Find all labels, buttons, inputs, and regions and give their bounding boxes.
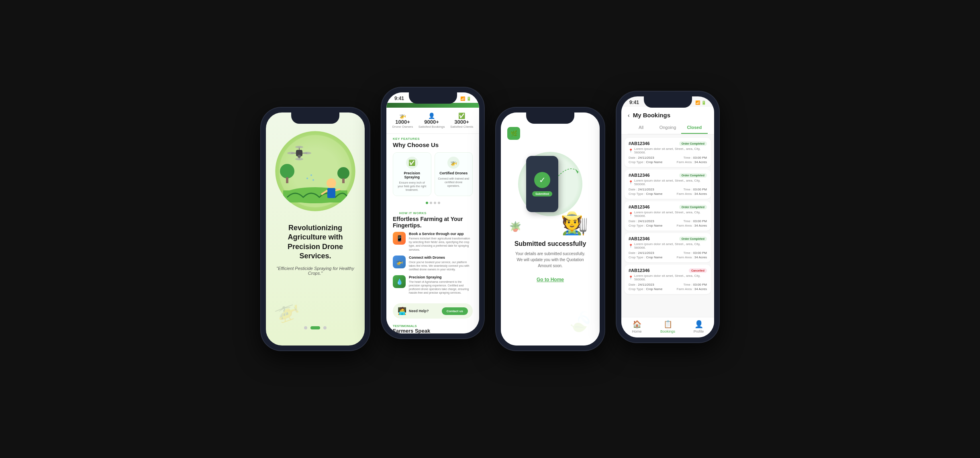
carousel-dot-3 (434, 202, 436, 204)
status-badge-4: Order Completed (679, 237, 707, 241)
booking-top-1: #AB12346 Order Completed (629, 141, 707, 146)
booking-addr-5: 📍 Lorem ipsum dolor sit amet, Street., a… (629, 274, 707, 281)
testimonials-label: Testimonials (393, 324, 473, 328)
booking-id-4: #AB12346 (629, 236, 650, 241)
notch-3 (526, 112, 574, 124)
step-text-1: Book a Service through our app Farmers k… (409, 232, 473, 251)
stat-number-2: 9000+ (419, 119, 445, 125)
status-badge-3: Order Completed (679, 205, 707, 209)
feature-card-1: ✅ Precision Spraying Ensure every inch o… (393, 152, 431, 196)
stats-row: 🚁 1000+ Drone Owners 👤 9000+ Satisfied B… (386, 108, 479, 134)
booking-details-1: Date : 24/11/2023 Time : 03:00 PM (629, 156, 707, 159)
tab-all[interactable]: All (628, 122, 654, 134)
booking-details-2b: Crop Type : Crop Name Farm Area : 34 Acr… (629, 192, 707, 196)
booking-card-4[interactable]: #AB12346 Order Completed 📍 Lorem ipsum d… (625, 233, 711, 262)
help-icon: 🧑‍💻 (398, 307, 406, 315)
carousel-dot-4 (438, 202, 440, 204)
drone-icon: 🚁 (392, 112, 413, 119)
step-title-2: Connect with Drones (409, 256, 473, 260)
svg-rect-4 (327, 188, 335, 198)
step-desc-1: Farmers kickstart their agricultural tra… (409, 237, 473, 251)
tab-ongoing[interactable]: Ongoing (654, 122, 681, 134)
booking-id-3: #AB12346 (629, 204, 650, 209)
success-desc: Your details are submitted successfully.… (501, 251, 600, 269)
svg-point-18 (310, 174, 312, 176)
features-cards: ✅ Precision Spraying Ensure every inch o… (386, 152, 479, 199)
svg-point-19 (306, 178, 308, 179)
feature-desc-1: Ensure every inch of your field gets the… (396, 181, 428, 192)
dot-3 (323, 326, 327, 329)
step-title-1: Book a Service through our app (409, 232, 473, 236)
stat-label-3: Satisfied Clients (450, 125, 473, 129)
page-title: My Bookings (633, 112, 670, 119)
help-bar: 🧑‍💻 Need Help? Contact us (393, 303, 473, 319)
dot-2-active (310, 326, 320, 329)
step-desc-3: The heart of Agrishama commitment is the… (409, 280, 473, 294)
bookings-header: ‹ My Bookings All Ongoing Closed (621, 107, 714, 135)
pagination-dots (304, 326, 327, 346)
stat-label-1: Drone Owners (392, 125, 413, 129)
status-badge-1: Order Completed (679, 141, 707, 146)
nav-bookings[interactable]: 📋 Bookings (652, 320, 683, 333)
booking-card-5[interactable]: #AB12346 Cancelled 📍 Lorem ipsum dolor s… (625, 265, 711, 294)
booking-id-2: #AB12346 (629, 173, 650, 178)
success-illustration: ✓ Submitted 🧑‍🌾 🪴 (506, 144, 594, 236)
tab-closed[interactable]: Closed (681, 122, 708, 134)
status-badge-5: Cancelled (689, 268, 707, 273)
how-label: How it works (393, 208, 473, 216)
step-desc-2: Once you've booked your service, our pla… (409, 260, 473, 271)
bookings-nav-label: Bookings (660, 329, 675, 333)
contact-button[interactable]: Contact us (442, 307, 468, 315)
stat-label-2: Satisfied Bookings (419, 125, 445, 129)
feature-icon-1: ✅ (406, 157, 418, 169)
feature-icon-2: 🚁 (447, 157, 459, 169)
home-label: Home (632, 329, 641, 333)
testimonials-section: Testimonials Farmers Speak 👩 Name Locati… (386, 322, 479, 333)
nav-home[interactable]: 🏠 Home (621, 320, 652, 333)
svg-marker-25 (575, 169, 578, 174)
booking-card-2[interactable]: #AB12346 Order Completed 📍 Lorem ipsum d… (625, 170, 711, 199)
why-choose-title: Why Choose Us (386, 141, 479, 152)
status-icons-2: 📶 🔋 (460, 96, 471, 101)
pin-icon-5: 📍 (629, 276, 633, 280)
booking-top-2: #AB12346 Order Completed (629, 173, 707, 178)
pin-icon-2: 📍 (629, 180, 633, 184)
notch-4 (644, 96, 692, 108)
dot-1 (304, 326, 307, 329)
step-text-3: Precision Spraying The heart of Agrisham… (409, 275, 473, 294)
time-2: 9:41 (394, 96, 404, 101)
feature-desc-2: Connect with trained and certified drone… (438, 177, 470, 188)
phone1-title: Revolutionizing Agriculture with Precisi… (274, 223, 357, 261)
carousel-dots (386, 199, 479, 207)
phone-3-success: 9:41 📶 🔋 🌿 ✓ Submitted (496, 108, 604, 350)
carousel-dot-1 (426, 202, 428, 204)
phone-2-features: 9:41 📶 🔋 🚁 1000+ Drone Owners 👤 9000+ (382, 88, 484, 338)
svg-point-17 (298, 155, 301, 158)
svg-point-23 (337, 167, 349, 179)
booking-top-3: #AB12346 Order Completed (629, 204, 707, 209)
phone-4-bookings: 9:41 📶 🔋 ‹ My Bookings All Ongoing Close… (617, 92, 719, 342)
farmers-speak-title: Farmers Speak (393, 328, 473, 333)
phone-1-splash: 9:41 📶 🔋 (261, 108, 370, 350)
back-button[interactable]: ‹ (628, 112, 630, 119)
step-1: 📱 Book a Service through our app Farmers… (393, 232, 473, 251)
booking-card-1[interactable]: #AB12346 Order Completed 📍 Lorem ipsum d… (625, 138, 711, 167)
booking-top-4: #AB12346 Order Completed (629, 236, 707, 241)
go-home-link[interactable]: Go to Home (537, 277, 564, 282)
feature-card-2: 🚁 Certified Drones Connect with trained … (435, 152, 473, 196)
booking-addr-4: 📍 Lorem ipsum dolor sit amet, Street., a… (629, 242, 707, 249)
nav-profile[interactable]: 👤 Profile (683, 320, 714, 333)
step-text-2: Connect with Drones Once you've booked y… (409, 256, 473, 271)
how-title: Effortless Farming at Your Fingertips. (393, 216, 473, 229)
phone3-header: 🌿 (501, 123, 600, 144)
how-it-works-section: How it works Effortless Farming at Your … (386, 207, 479, 300)
booking-card-3[interactable]: #AB12346 Order Completed 📍 Lorem ipsum d… (625, 201, 711, 231)
svg-point-15 (295, 158, 303, 160)
stat-number-3: 3000+ (450, 119, 473, 125)
app-logo: 🌿 (507, 127, 520, 140)
phone1-text: Revolutionizing Agriculture with Precisi… (266, 215, 365, 284)
help-left: 🧑‍💻 Need Help? (398, 307, 429, 315)
pin-icon-4: 📍 (629, 244, 633, 248)
time-4: 9:41 (629, 100, 639, 105)
booking-details-3b: Crop Type : Crop Name Farm Area : 34 Acr… (629, 224, 707, 227)
